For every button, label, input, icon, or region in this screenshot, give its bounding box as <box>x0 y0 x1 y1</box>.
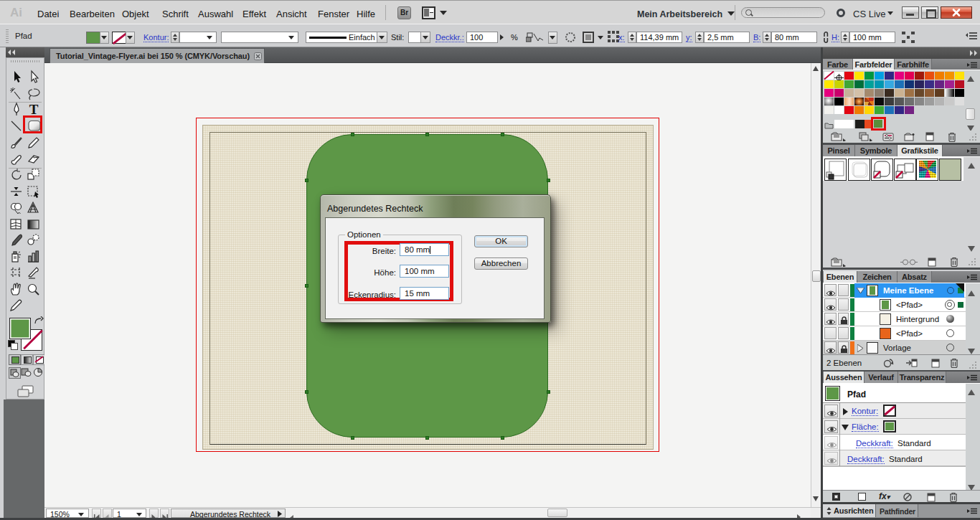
svg-text:T: T <box>29 102 39 117</box>
